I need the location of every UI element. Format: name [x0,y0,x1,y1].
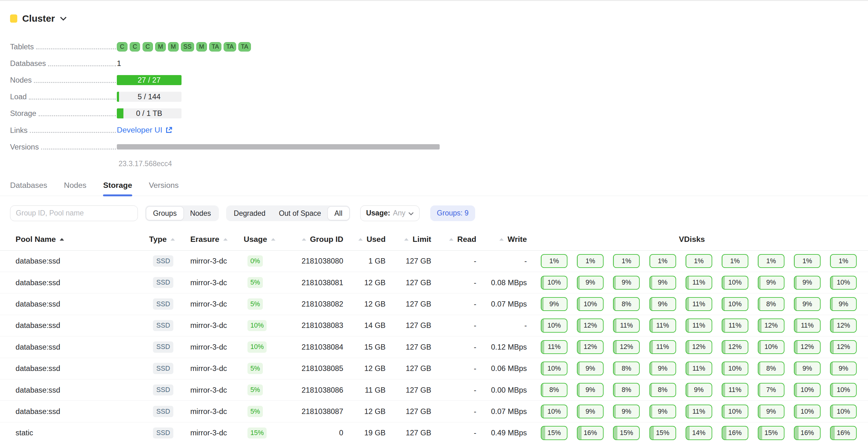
vdisk-badge[interactable]: 8% [613,297,640,311]
vdisk-badge[interactable]: 8% [613,361,640,375]
column-header-erasure[interactable]: Erasure [190,235,244,244]
vdisk-badge[interactable]: 8% [613,383,640,397]
vdisk-badge[interactable]: 10% [722,405,748,418]
vdisk-badge[interactable]: 11% [686,405,712,418]
vdisk-badge[interactable]: 10% [541,405,567,418]
tablet-badge-ss[interactable]: SS [181,42,194,52]
tablet-badge-ta[interactable]: TA [209,42,222,52]
tablet-badge-ta[interactable]: TA [224,42,236,52]
column-header-write[interactable]: Write [476,235,527,244]
vdisk-badge[interactable]: 9% [794,297,820,311]
usage-filter-select[interactable]: Usage: Any [360,206,420,221]
vdisk-badge[interactable]: 1% [649,254,676,268]
vdisk-badge[interactable]: 10% [541,361,567,375]
vdisk-badge[interactable]: 9% [758,276,784,290]
cluster-header[interactable]: Cluster [0,1,868,24]
vdisk-badge[interactable]: 8% [649,383,676,397]
tablet-badge-m[interactable]: M [168,42,179,52]
vdisk-badge[interactable]: 10% [830,405,857,418]
vdisk-badge[interactable]: 12% [830,318,857,332]
tablet-badge-m[interactable]: M [196,42,207,52]
vdisk-badge[interactable]: 16% [830,426,857,440]
vdisk-badge[interactable]: 10% [577,297,603,311]
vdisk-badge[interactable]: 10% [541,318,567,332]
tablet-badge-c[interactable]: C [143,42,153,52]
vdisk-badge[interactable]: 9% [686,383,712,397]
vdisk-badge[interactable]: 16% [722,426,748,440]
vdisk-badge[interactable]: 15% [613,426,640,440]
vdisk-badge[interactable]: 12% [830,340,857,354]
vdisk-badge[interactable]: 11% [722,318,748,332]
vdisk-badge[interactable]: 9% [577,361,603,375]
column-header-used[interactable]: Used [343,235,385,244]
filter-all[interactable]: All [328,207,349,220]
vdisk-badge[interactable]: 11% [794,318,820,332]
vdisk-badge[interactable]: 9% [830,361,857,375]
column-header-pool-name[interactable]: Pool Name [16,235,149,244]
column-header-group-id[interactable]: Group ID [292,235,343,244]
vdisk-badge[interactable]: 12% [613,340,640,354]
vdisk-badge[interactable]: 10% [794,383,820,397]
column-header-limit[interactable]: Limit [385,235,431,244]
vdisk-badge[interactable]: 15% [541,426,567,440]
vdisk-badge[interactable]: 15% [649,426,676,440]
filter-out-of-space[interactable]: Out of Space [272,207,328,220]
vdisk-badge[interactable]: 9% [649,297,676,311]
vdisk-badge[interactable]: 9% [758,405,784,418]
vdisk-badge[interactable]: 12% [722,340,748,354]
tab-nodes[interactable]: Nodes [64,181,87,196]
vdisk-badge[interactable]: 1% [758,254,784,268]
tab-storage[interactable]: Storage [103,181,132,196]
vdisk-badge[interactable]: 7% [758,383,784,397]
vdisk-badge[interactable]: 1% [613,254,640,268]
vdisk-badge[interactable]: 10% [830,276,857,290]
vdisk-badge[interactable]: 12% [686,340,712,354]
vdisk-badge[interactable]: 12% [577,318,603,332]
vdisk-badge[interactable]: 9% [577,276,603,290]
vdisk-badge[interactable]: 8% [758,297,784,311]
vdisk-badge[interactable]: 11% [686,276,712,290]
vdisk-badge[interactable]: 14% [686,426,712,440]
vdisk-badge[interactable]: 9% [613,276,640,290]
vdisk-badge[interactable]: 1% [794,254,820,268]
vdisk-badge[interactable]: 11% [649,318,676,332]
tab-databases[interactable]: Databases [10,181,48,196]
tablet-badge-c[interactable]: C [130,42,141,52]
vdisk-badge[interactable]: 11% [649,340,676,354]
tablet-badge-c[interactable]: C [117,42,127,52]
vdisk-badge[interactable]: 1% [686,254,712,268]
vdisk-badge[interactable]: 9% [794,276,820,290]
vdisk-badge[interactable]: 15% [758,426,784,440]
vdisk-badge[interactable]: 9% [830,297,857,311]
vdisk-badge[interactable]: 10% [722,297,748,311]
vdisk-badge[interactable]: 1% [577,254,603,268]
tablet-badge-m[interactable]: M [155,42,166,52]
vdisk-badge[interactable]: 8% [758,361,784,375]
vdisk-badge[interactable]: 10% [794,405,820,418]
vdisk-badge[interactable]: 10% [758,340,784,354]
vdisk-badge[interactable]: 11% [722,383,748,397]
vdisk-badge[interactable]: 8% [541,383,567,397]
vdisk-badge[interactable]: 9% [541,297,567,311]
vdisk-badge[interactable]: 9% [649,405,676,418]
vdisk-badge[interactable]: 16% [577,426,603,440]
vdisk-badge[interactable]: 11% [686,361,712,375]
vdisk-badge[interactable]: 9% [794,361,820,375]
vdisk-badge[interactable]: 9% [649,361,676,375]
vdisk-badge[interactable]: 1% [722,254,748,268]
vdisk-badge[interactable]: 10% [722,361,748,375]
developer-ui-link[interactable]: Developer UI [117,126,173,134]
vdisk-badge[interactable]: 11% [686,318,712,332]
column-header-type[interactable]: Type [149,235,190,244]
vdisk-badge[interactable]: 11% [686,297,712,311]
search-input[interactable] [10,206,138,221]
filter-degraded[interactable]: Degraded [227,207,272,220]
vdisk-badge[interactable]: 12% [577,340,603,354]
vdisk-badge[interactable]: 1% [830,254,857,268]
vdisk-badge[interactable]: 12% [758,318,784,332]
tablet-badge-ta[interactable]: TA [238,42,251,52]
vdisk-badge[interactable]: 9% [577,405,603,418]
tab-versions[interactable]: Versions [149,181,179,196]
column-header-usage[interactable]: Usage [244,235,292,244]
vdisk-badge[interactable]: 10% [541,276,567,290]
